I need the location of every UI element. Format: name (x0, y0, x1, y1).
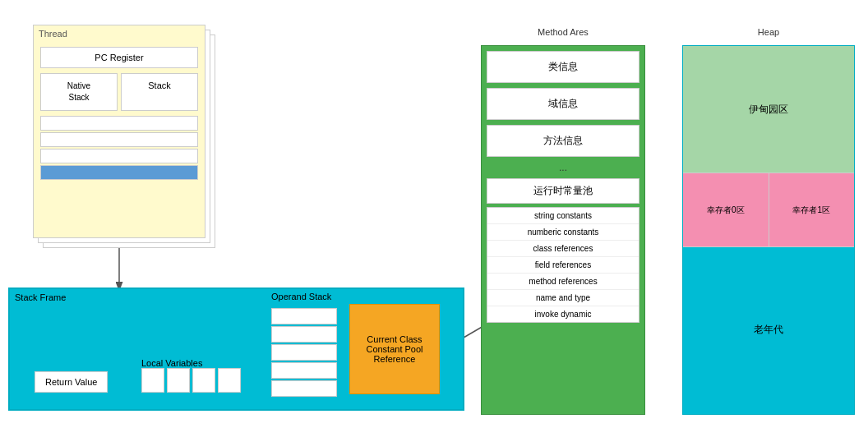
local-var-cell-4 (218, 368, 241, 393)
operand-cell-3 (271, 344, 337, 361)
pool-item-string: string constants (487, 208, 639, 224)
survivor-0-box: 幸存者0区 (683, 173, 769, 246)
local-variables-label: Local Variables (141, 358, 202, 368)
survivor-row: 幸存者0区 幸存者1区 (683, 173, 854, 247)
eden-box: 伊甸园区 (683, 46, 854, 173)
pc-register-box: PC Register (40, 47, 198, 68)
thread-row-blue (40, 165, 198, 180)
operand-cell-2 (271, 326, 337, 343)
thread-row-1 (40, 116, 198, 131)
ccpr-label: Current ClassConstant PoolReference (366, 334, 422, 364)
diagram-container: Thread PC Register NativeStack Stack Sta… (0, 0, 868, 437)
thread-box: Thread PC Register NativeStack Stack (33, 25, 205, 238)
local-var-boxes (141, 368, 241, 393)
pool-item-name-type: name and type (487, 290, 639, 306)
heap-area: 伊甸园区 幸存者0区 幸存者1区 老年代 (682, 45, 855, 415)
method-dots: ... (487, 162, 639, 173)
return-value-box: Return Value (35, 371, 108, 393)
runtime-pool-box: 运行时常量池 (487, 178, 639, 204)
thread-row-2 (40, 132, 198, 147)
heap-title: Heap (682, 27, 855, 37)
class-info-box: 类信息 (487, 51, 639, 83)
field-info-box: 域信息 (487, 88, 639, 120)
native-stack-box: NativeStack (40, 73, 118, 111)
method-area-title: Method Ares (481, 27, 645, 37)
stack-box: Stack (121, 73, 198, 111)
thread-bottom-row: NativeStack Stack (40, 73, 198, 111)
thread-label: Thread (34, 25, 205, 42)
thread-rows (40, 116, 198, 180)
operand-cell-1 (271, 308, 337, 324)
thread-row-3 (40, 149, 198, 163)
method-info-box: 方法信息 (487, 125, 639, 157)
stack-frame-label: Stack Frame (10, 289, 463, 306)
operand-cell-5 (271, 380, 337, 397)
method-area-title-wrapper: Method Ares (481, 27, 645, 37)
pool-item-numeric: numberic constants (487, 224, 639, 241)
operand-stack-boxes (271, 308, 337, 397)
ccpr-box: Current ClassConstant PoolReference (349, 304, 440, 394)
local-var-cell-1 (141, 368, 164, 393)
pool-item-invoke: invoke dynamic (487, 306, 639, 322)
local-var-cell-2 (167, 368, 190, 393)
old-gen-box: 老年代 (683, 247, 854, 412)
heap-title-wrapper: Heap (682, 27, 855, 37)
operand-cell-4 (271, 362, 337, 379)
pool-item-class: class references (487, 241, 639, 257)
pool-items: string constants numberic constants clas… (487, 207, 639, 323)
local-var-cell-3 (192, 368, 215, 393)
pool-item-field: field references (487, 257, 639, 274)
survivor-1-box: 幸存者1区 (769, 173, 855, 246)
operand-stack-label: Operand Stack (271, 292, 331, 301)
method-area: 类信息 域信息 方法信息 ... 运行时常量池 string constants… (481, 45, 645, 415)
pool-item-method: method references (487, 274, 639, 290)
